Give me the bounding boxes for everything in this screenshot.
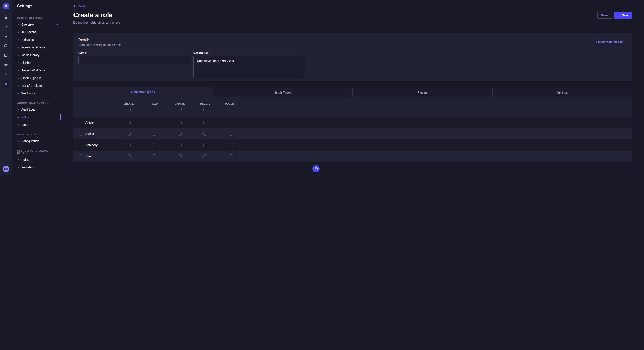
sidebar-item-review-workflows[interactable]: Review Workflows: [12, 67, 61, 74]
category-create-checkbox[interactable]: [127, 143, 130, 147]
sidebar-item-overview[interactable]: Overview: [12, 21, 61, 28]
bullet-icon: [18, 159, 19, 160]
notification-dot: [57, 24, 58, 25]
sidebar-item-media-library[interactable]: Media Library: [12, 51, 61, 59]
select-all-delete-checkbox[interactable]: [204, 108, 207, 111]
page-header: Create a role Reset Save: [73, 11, 322, 19]
permission-row-article: Article: [73, 117, 322, 128]
bullet-icon: [18, 62, 19, 63]
help-button[interactable]: ?: [312, 165, 320, 173]
category-read-checkbox[interactable]: [152, 143, 156, 147]
author-create-checkbox[interactable]: [127, 132, 130, 136]
media-pictures-icon[interactable]: [4, 44, 8, 48]
bullet-icon: [18, 93, 19, 94]
select-all-create-checkbox[interactable]: [127, 108, 130, 111]
category-row-checkbox[interactable]: [78, 143, 82, 147]
article-create-checkbox[interactable]: [127, 121, 130, 124]
tab-single-types[interactable]: Single Types: [213, 88, 322, 97]
sidebar-item-api-tokens[interactable]: API Tokens: [12, 28, 61, 36]
sidebar-item-single-sign-on[interactable]: Single Sign-On: [12, 74, 61, 82]
sidebar-item-plugins[interactable]: Plugins: [12, 59, 61, 67]
author-update-checkbox[interactable]: [178, 132, 182, 136]
user-read-checkbox[interactable]: [152, 154, 156, 158]
svg-text:?: ?: [316, 168, 317, 170]
permissions-panel: CREATE READ UPDATE DELETE PUBLISH: [73, 97, 322, 162]
description-label: Description: [193, 51, 305, 54]
rail-bottom-section: KD: [0, 163, 12, 175]
home-icon[interactable]: [4, 16, 8, 20]
feather-icon[interactable]: [4, 25, 8, 29]
arrow-left-icon: [73, 4, 77, 8]
name-field-group: Name*: [78, 51, 190, 79]
icon-rail: KD: [0, 0, 12, 175]
settings-rail-tile[interactable]: [3, 81, 9, 87]
settings-sidebar: Settings GLOBAL SETTINGS Overview API To…: [12, 0, 61, 175]
sidebar-item-internationalization[interactable]: Internationalization: [12, 44, 61, 51]
select-all-publish-checkbox[interactable]: [229, 108, 233, 111]
sidebar-item-transfer-tokens[interactable]: Transfer Tokens: [12, 82, 61, 90]
settings-sidebar-header: Settings: [12, 0, 61, 12]
bullet-icon: [18, 78, 19, 79]
paper-plane-icon[interactable]: [4, 35, 8, 38]
author-publish-checkbox[interactable]: [229, 132, 233, 136]
sidebar-item-providers[interactable]: Providers: [12, 164, 61, 171]
user-avatar[interactable]: KD: [3, 166, 9, 172]
sidebar-item-webhooks[interactable]: Webhooks: [12, 90, 61, 97]
details-card: Details Name and description of the role…: [73, 32, 322, 81]
section-label-email-plugin: EMAIL PLUGIN: [17, 133, 56, 136]
strapi-logo[interactable]: [3, 3, 9, 9]
article-delete-checkbox[interactable]: [204, 121, 207, 124]
select-all-read-checkbox[interactable]: [152, 108, 156, 111]
sidebar-item-releases[interactable]: Releases: [12, 36, 61, 44]
article-row-checkbox[interactable]: [78, 121, 82, 124]
active-item-indicator: [60, 114, 61, 120]
author-read-checkbox[interactable]: [152, 132, 156, 136]
bullet-icon: [18, 85, 19, 86]
cloud-icon[interactable]: [4, 63, 8, 67]
category-delete-checkbox[interactable]: [204, 143, 207, 147]
back-link[interactable]: Back: [73, 4, 85, 8]
logo-section: [0, 0, 12, 12]
bullet-icon: [18, 32, 19, 33]
permission-row-category: Category: [73, 139, 322, 151]
bullet-icon: [18, 70, 19, 71]
layout-icon[interactable]: [4, 53, 8, 57]
user-row-checkbox[interactable]: [78, 154, 82, 158]
category-update-checkbox[interactable]: [178, 143, 182, 147]
row-label: Category: [86, 143, 98, 147]
section-label-users-permissions-plugin: USERS & PERMISSIONS PLUGIN: [17, 150, 56, 155]
bullet-icon: [18, 167, 19, 168]
cart-icon[interactable]: [4, 72, 8, 76]
main-content: Back Create a role Reset Save Define the…: [61, 0, 322, 175]
article-read-checkbox[interactable]: [152, 121, 156, 124]
details-subtitle: Name and description of the role: [78, 43, 122, 47]
sidebar-item-configuration[interactable]: Configuration: [12, 137, 61, 145]
tab-collection-types[interactable]: Collection Types: [73, 87, 213, 97]
user-update-checkbox[interactable]: [178, 154, 182, 158]
sidebar-item-roles-up[interactable]: Roles: [12, 156, 61, 164]
column-header-read: READ: [150, 103, 158, 105]
author-row-checkbox[interactable]: [78, 132, 82, 136]
category-publish-checkbox[interactable]: [229, 143, 233, 147]
name-input[interactable]: [78, 56, 190, 64]
section-label-administration-panel: ADMINISTRATION PANEL: [17, 102, 56, 104]
page-title: Create a role: [73, 11, 112, 19]
description-textarea[interactable]: Created January 16th, 2025: [193, 56, 305, 78]
article-publish-checkbox[interactable]: [229, 121, 233, 124]
strapi-logo-glyph: [4, 4, 8, 8]
row-label: User: [86, 155, 92, 158]
section-label-global-settings: GLOBAL SETTINGS: [17, 17, 56, 19]
article-update-checkbox[interactable]: [178, 121, 182, 124]
sidebar-item-users[interactable]: Users: [12, 121, 61, 129]
user-delete-checkbox[interactable]: [204, 154, 207, 158]
sidebar-item-roles-admin[interactable]: Roles: [12, 113, 61, 121]
permission-row-user: User: [73, 151, 322, 162]
permission-row-author: Author: [73, 128, 322, 139]
rail-icon-list: [0, 12, 12, 87]
sidebar-item-audit-logs[interactable]: Audit Logs: [12, 106, 61, 113]
user-publish-checkbox[interactable]: [229, 154, 233, 158]
author-delete-checkbox[interactable]: [204, 132, 207, 136]
select-all-update-checkbox[interactable]: [178, 108, 182, 111]
sidebar-title-divider: [17, 12, 22, 12]
user-create-checkbox[interactable]: [127, 154, 130, 158]
